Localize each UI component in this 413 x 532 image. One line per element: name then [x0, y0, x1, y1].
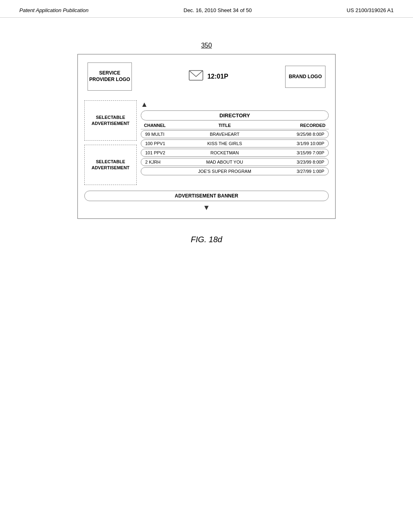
table-row[interactable]: JOE'S SUPER PROGRAM 3/27/99 1:00P — [141, 167, 329, 175]
row-recorded: 9/25/98 8:00P — [276, 132, 324, 137]
page-content: 350 SERVICE PROVIDER LOGO 12:01P BRAN — [0, 18, 413, 244]
row-title: MAD ABOUT YOU — [173, 160, 276, 164]
header-center: Dec. 16, 2010 Sheet 34 of 50 — [184, 7, 252, 13]
ad-banner-row: ADVERTISEMENT BANNER — [84, 191, 329, 201]
row-recorded: 3/15/99 7:00P — [276, 150, 324, 155]
row-recorded: 3/23/99 8:00P — [276, 160, 324, 164]
clock-area: 12:01P — [189, 70, 228, 83]
row-channel: 2 KJRH — [145, 160, 173, 164]
figure-number-top: 350 — [201, 42, 212, 49]
row-channel: 99 MULTI — [145, 132, 173, 137]
row-title: JOE'S SUPER PROGRAM — [173, 169, 276, 174]
row-title: BRAVEHEART — [173, 132, 276, 137]
row-recorded: 3/27/99 1:00P — [276, 169, 324, 174]
ui-main: SELECTABLE ADVERTISEMENT SELECTABLE ADVE… — [84, 100, 329, 185]
col-header-channel: CHANNEL — [144, 123, 172, 128]
col-header-recorded: RECORDED — [277, 123, 325, 128]
ads-column: SELECTABLE ADVERTISEMENT SELECTABLE ADVE… — [84, 100, 137, 185]
service-provider-logo: SERVICE PROVIDER LOGO — [88, 62, 132, 91]
directory-rows: 99 MULTI BRAVEHEART 9/25/98 8:00P 100 PP… — [141, 130, 329, 177]
table-row[interactable]: 99 MULTI BRAVEHEART 9/25/98 8:00P — [141, 130, 329, 138]
row-title: ROCKETMAN — [173, 150, 276, 155]
table-row[interactable]: 101 PPV2 ROCKETMAN 3/15/99 7:00P — [141, 149, 329, 157]
col-header-title: TITLE — [172, 123, 277, 128]
row-channel: 101 PPV2 — [145, 150, 173, 155]
selectable-ad-1[interactable]: SELECTABLE ADVERTISEMENT — [84, 100, 137, 141]
ad-banner[interactable]: ADVERTISEMENT BANNER — [84, 191, 329, 201]
header-right: US 2100/319026 A1 — [347, 7, 394, 13]
row-title: KISS THE GIRLS — [173, 141, 276, 146]
header-left: Patent Application Publication — [19, 7, 89, 13]
brand-logo: BRAND LOGO — [285, 66, 325, 88]
clock-time: 12:01P — [207, 73, 228, 80]
ui-diagram: SERVICE PROVIDER LOGO 12:01P BRAND LOGO — [77, 54, 336, 219]
table-row[interactable]: 100 PPV1 KISS THE GIRLS 3/1/99 10:00P — [141, 139, 329, 148]
figure-caption: FIG. 18d — [191, 235, 222, 244]
up-arrow-icon[interactable]: ▲ — [141, 100, 329, 109]
patent-header: Patent Application Publication Dec. 16, … — [0, 0, 413, 18]
envelope-icon — [189, 70, 203, 83]
row-recorded: 3/1/99 10:00P — [276, 141, 324, 146]
table-row[interactable]: 2 KJRH MAD ABOUT YOU 3/23/99 8:00P — [141, 158, 329, 166]
clock-row: 12:01P — [189, 70, 228, 83]
selectable-ad-2[interactable]: SELECTABLE ADVERTISEMENT — [84, 145, 137, 185]
ui-header-row: SERVICE PROVIDER LOGO 12:01P BRAND LOGO — [84, 61, 329, 92]
down-arrow-icon[interactable]: ▼ — [84, 204, 329, 212]
row-channel: 100 PPV1 — [145, 141, 173, 146]
directory-column-headers: CHANNEL TITLE RECORDED — [141, 122, 329, 129]
directory-area: ▲ DIRECTORY CHANNEL TITLE RECORDED 99 MU… — [141, 100, 329, 185]
directory-title: DIRECTORY — [141, 110, 329, 121]
